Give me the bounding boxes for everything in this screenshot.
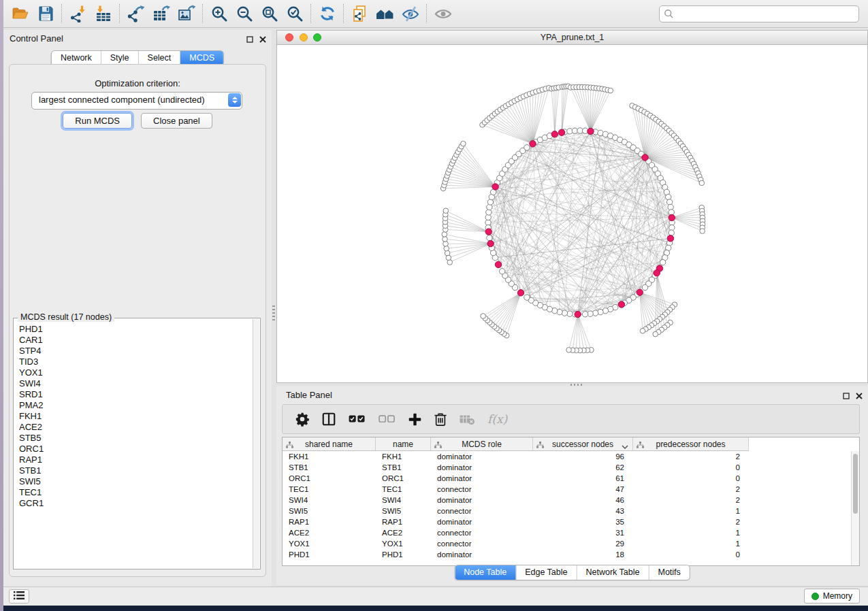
cell-shared_name[interactable]: PHD1 [283, 549, 376, 560]
save-session-button[interactable] [33, 2, 58, 25]
settings-button[interactable] [295, 409, 310, 429]
mcds-result-item[interactable]: SWI4 [19, 378, 259, 389]
mcds-result-item[interactable]: TID3 [19, 357, 259, 367]
cell-predecessor_nodes[interactable]: 2 [633, 495, 749, 506]
cell-predecessor_nodes[interactable]: 0 [633, 549, 749, 560]
cell-shared_name[interactable]: ORC1 [283, 473, 376, 484]
cell-mcds_role[interactable]: connector [431, 506, 533, 516]
tab-edge-table[interactable]: Edge Table [515, 565, 576, 580]
cell-name[interactable]: RAP1 [376, 516, 431, 527]
column-header-successor-nodes[interactable]: successor nodes [533, 437, 633, 451]
column-header-predecessor-nodes[interactable]: predecessor nodes [633, 437, 749, 451]
table-row[interactable]: RAP1RAP1dominator352 [283, 516, 852, 527]
cell-mcds_role[interactable]: connector [431, 538, 533, 549]
mcds-result-item[interactable]: SRD1 [19, 389, 259, 400]
cell-name[interactable]: PHD1 [376, 549, 431, 560]
cell-predecessor_nodes[interactable]: 2 [633, 484, 749, 495]
import-table-button[interactable] [91, 2, 116, 25]
cell-successor_nodes[interactable]: 43 [533, 506, 633, 516]
cell-predecessor_nodes[interactable]: 0 [633, 462, 749, 473]
table-row[interactable]: PHD1PHD1dominator180 [283, 549, 852, 560]
cell-name[interactable]: TEC1 [376, 484, 431, 495]
show-hidden-disabled-button[interactable] [430, 2, 455, 25]
task-history-button[interactable] [9, 589, 29, 604]
column-header-shared-name[interactable]: shared name [283, 437, 376, 451]
table-row[interactable]: YOX1YOX1connector291 [283, 538, 852, 549]
open-session-button[interactable] [7, 2, 33, 25]
zoom-in-button[interactable] [206, 2, 231, 25]
tab-network[interactable]: Network [52, 51, 101, 65]
table-scrollbar-thumb[interactable] [853, 454, 858, 514]
run-mcds-button[interactable]: Run MCDS [63, 113, 132, 129]
network-canvas[interactable] [277, 44, 867, 382]
cell-successor_nodes[interactable]: 62 [533, 462, 633, 473]
mcds-result-item[interactable]: FKH1 [19, 411, 259, 422]
cell-predecessor_nodes[interactable]: 1 [633, 538, 749, 549]
cell-mcds_role[interactable]: dominator [431, 462, 533, 473]
mcds-result-item[interactable]: ACE2 [19, 422, 259, 433]
tab-style[interactable]: Style [101, 51, 138, 65]
cell-successor_nodes[interactable]: 18 [533, 549, 633, 560]
cell-shared_name[interactable]: SWI4 [283, 495, 376, 506]
add-row-button[interactable] [408, 409, 422, 429]
zoom-selected-button[interactable] [282, 2, 307, 25]
mcds-result-item[interactable]: YOX1 [19, 367, 259, 378]
columns-button[interactable] [321, 409, 336, 429]
zoom-out-button[interactable] [231, 2, 257, 25]
cell-mcds_role[interactable]: dominator [431, 451, 533, 462]
tab-motifs[interactable]: Motifs [648, 565, 689, 580]
float-panel-icon[interactable] [246, 35, 253, 45]
mcds-result-item[interactable]: CAR1 [19, 335, 259, 346]
cell-shared_name[interactable]: STB1 [283, 462, 376, 473]
vertical-splitter-handle[interactable] [272, 306, 275, 320]
clone-network-button[interactable] [347, 2, 372, 25]
cell-successor_nodes[interactable]: 31 [533, 527, 633, 538]
cell-mcds_role[interactable]: dominator [431, 549, 533, 560]
home-pages-button[interactable] [372, 2, 398, 25]
mcds-result-item[interactable]: PMA2 [19, 400, 259, 411]
cell-mcds_role[interactable]: dominator [431, 495, 533, 506]
export-table-button[interactable] [148, 2, 174, 25]
export-network-button[interactable] [123, 2, 148, 25]
mcds-result-item[interactable]: RAP1 [19, 455, 259, 465]
delete-row-button[interactable] [434, 409, 447, 429]
mcds-list-scrollbar[interactable] [253, 319, 259, 568]
deselect-all-button[interactable] [378, 409, 396, 429]
cell-successor_nodes[interactable]: 96 [533, 451, 633, 462]
mcds-result-item[interactable]: SWI5 [19, 476, 259, 487]
table-scrollbar[interactable] [851, 451, 859, 565]
cell-name[interactable]: STB1 [376, 462, 431, 473]
cell-predecessor_nodes[interactable]: 1 [633, 506, 749, 516]
cell-shared_name[interactable]: ACE2 [283, 527, 376, 538]
table-row[interactable]: STB1STB1dominator620 [283, 462, 852, 473]
table-row[interactable]: ACE2ACE2connector311 [283, 527, 852, 538]
tab-select[interactable]: Select [138, 51, 180, 65]
zoom-fit-button[interactable] [257, 2, 282, 25]
close-panel-icon[interactable] [259, 35, 266, 45]
cell-shared_name[interactable]: RAP1 [283, 516, 376, 527]
table-row[interactable]: SWI5SWI5connector431 [283, 506, 852, 516]
cell-successor_nodes[interactable]: 46 [533, 495, 633, 506]
cell-mcds_role[interactable]: connector [431, 527, 533, 538]
tab-network-table[interactable]: Network Table [577, 565, 649, 580]
search-input[interactable] [674, 7, 858, 20]
cell-mcds_role[interactable]: dominator [431, 516, 533, 527]
float-table-panel-icon[interactable] [843, 391, 850, 401]
cell-shared_name[interactable]: SWI5 [283, 506, 376, 516]
mcds-result-item[interactable]: STB1 [19, 465, 259, 476]
export-image-button[interactable] [174, 2, 199, 25]
cell-predecessor_nodes[interactable]: 2 [633, 451, 749, 462]
column-header-name[interactable]: name [376, 437, 431, 451]
column-header-MCDS-role[interactable]: MCDS role [431, 437, 533, 451]
import-network-button[interactable] [65, 2, 91, 25]
cell-predecessor_nodes[interactable]: 0 [633, 473, 749, 484]
cell-predecessor_nodes[interactable]: 1 [633, 527, 749, 538]
table-row[interactable]: SWI4SWI4dominator462 [283, 495, 852, 506]
cell-shared_name[interactable]: YOX1 [283, 538, 376, 549]
horizontal-splitter-handle[interactable] [570, 384, 583, 386]
criterion-select[interactable]: largest connected component (undirected) [31, 92, 242, 110]
table-row[interactable]: ORC1ORC1dominator610 [283, 473, 852, 484]
table-row[interactable]: FKH1FKH1dominator962 [283, 451, 852, 462]
cell-name[interactable]: YOX1 [376, 538, 431, 549]
cell-name[interactable]: ACE2 [376, 527, 431, 538]
